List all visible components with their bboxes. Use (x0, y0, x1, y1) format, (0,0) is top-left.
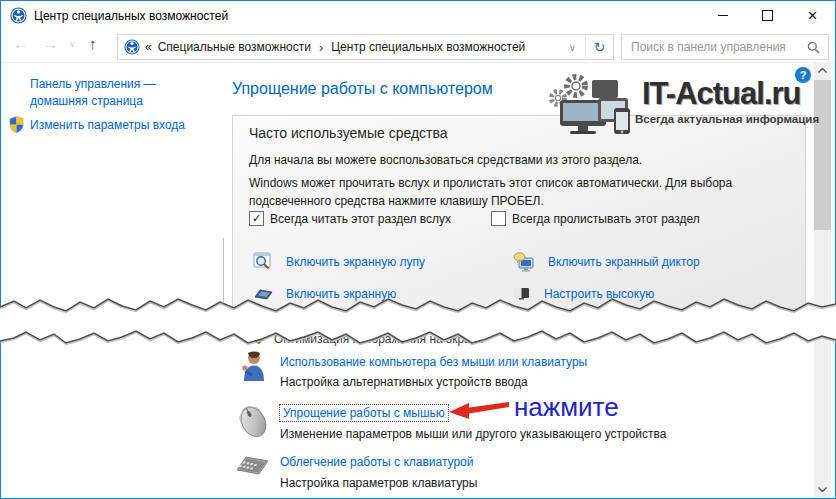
frequent-tools-panel: Часто используемые средства Для начала в… (232, 115, 806, 309)
it-actual-watermark: IT-Actual.ru Всегда актуальная информаци… (536, 72, 802, 138)
magnifier-tool-icon (253, 252, 273, 272)
link-start-onscreen-keyboard[interactable]: Включить экранную (253, 287, 396, 301)
section-subtitle: Настройка альтернативных устройств ввода (280, 375, 528, 389)
ease-of-access-icon (10, 7, 27, 24)
keyboard-icon (234, 453, 270, 477)
forward-icon[interactable]: → (43, 35, 58, 52)
checkbox-label: Всегда пролистывать этот раздел (512, 212, 700, 226)
ease-of-access-window: Центр специальных возможностей × ← → ∨ ↑… (0, 0, 836, 499)
ease-of-access-icon (124, 39, 140, 55)
refresh-icon[interactable]: ↻ (586, 39, 613, 55)
annotation-text: нажмите (514, 392, 619, 423)
link-optimize-display[interactable]: Оптимизация изображения на экране (252, 332, 484, 346)
panel-intro-text: Для начала вы можете воспользоваться сре… (249, 153, 642, 167)
chevron-down-icon (818, 487, 827, 492)
optimize-display-icon (252, 333, 265, 346)
back-icon[interactable]: ← (13, 35, 28, 52)
breadcrumb-root-icon[interactable]: « (145, 40, 152, 54)
panel-title: Часто используемые средства (249, 125, 448, 141)
link-make-keyboard-easier[interactable]: Облегчение работы с клавиатурой (280, 455, 474, 469)
watermark-subtitle: Всегда актуальная информация (635, 113, 819, 125)
breadcrumb-separator-icon: › (319, 40, 323, 55)
tool-label: Включить экранную (286, 287, 396, 301)
checkbox-label: Всегда читать этот раздел вслух (270, 212, 451, 226)
mouse-icon (234, 401, 272, 441)
search-box (621, 34, 829, 60)
check-icon: ✓ (252, 213, 261, 224)
window-title: Центр специальных возможностей (34, 9, 228, 23)
link-use-without-mouse-keyboard[interactable]: Использование компьютера без мыши или кл… (280, 355, 587, 369)
maximize-button[interactable] (745, 1, 790, 30)
link-make-mouse-easier[interactable]: Упрощение работы с мышью (279, 404, 449, 422)
search-icon[interactable] (807, 41, 820, 54)
chevron-up-icon (818, 68, 827, 73)
person-icon (240, 351, 269, 382)
link-start-magnifier[interactable]: Включить экранную лупу (253, 252, 425, 272)
breadcrumb-item[interactable]: Центр специальных возможностей (331, 40, 525, 54)
navigation-bar: ← → ∨ ↑ « Специальные возможности › Цент… (1, 30, 835, 63)
tool-label: Настроить высокую (544, 287, 654, 301)
up-icon[interactable]: ↑ (89, 35, 97, 52)
maximize-icon (762, 10, 773, 21)
panel-hint-text: Windows может прочитать вслух и пролиста… (249, 174, 795, 210)
annotation-arrow-icon (446, 398, 512, 420)
minimize-button[interactable] (700, 1, 745, 30)
onscreen-keyboard-icon (253, 287, 273, 301)
title-bar: Центр специальных возможностей × (1, 1, 835, 30)
checkbox-scan-section[interactable]: Всегда пролистывать этот раздел (491, 211, 700, 226)
link-label: Оптимизация изображения на экране (274, 332, 484, 346)
scroll-up-button[interactable] (814, 62, 831, 79)
high-contrast-icon (513, 287, 531, 301)
sidebar-item-control-panel-home[interactable]: Панель управления — домашняя страница (30, 76, 190, 111)
vertical-scrollbar[interactable] (814, 62, 831, 498)
address-bar[interactable]: « Специальные возможности › Центр специа… (117, 34, 614, 60)
section-subtitle: Изменение параметров мыши или другого ук… (280, 427, 666, 441)
search-input[interactable] (622, 40, 807, 54)
link-setup-high-contrast[interactable]: Настроить высокую (513, 287, 654, 301)
scroll-down-button[interactable] (814, 481, 831, 498)
sidebar-item-change-signin[interactable]: Изменить параметры входа (30, 118, 185, 132)
page-title: Упрощение работы с компьютером (232, 80, 493, 98)
content-divider (223, 238, 224, 302)
watermark-title: IT-Actual.ru (642, 76, 801, 112)
checkbox-read-aloud[interactable]: ✓ Всегда читать этот раздел вслух (249, 211, 451, 226)
narrator-tool-icon (513, 252, 535, 272)
breadcrumb-item[interactable]: Специальные возможности (158, 40, 311, 54)
checkbox-unchecked-icon[interactable] (491, 211, 506, 226)
history-chevron-icon[interactable]: ∨ (69, 39, 76, 49)
help-button[interactable]: ? (795, 67, 811, 83)
minimize-icon (718, 15, 728, 16)
checkbox-checked-icon[interactable]: ✓ (249, 211, 264, 226)
section-subtitle: Настройка параметров клавиатуры (280, 476, 477, 490)
uac-shield-icon (8, 116, 25, 133)
close-button[interactable]: × (790, 1, 835, 30)
tool-label: Включить экранную лупу (286, 255, 425, 269)
watermark-devices-icon (536, 72, 646, 138)
link-start-narrator[interactable]: Включить экранный диктор (513, 252, 700, 272)
close-icon: × (808, 7, 818, 24)
tool-label: Включить экранный диктор (548, 255, 700, 269)
scrollbar-thumb[interactable] (814, 80, 831, 230)
address-dropdown-icon[interactable]: ∨ (569, 42, 576, 53)
